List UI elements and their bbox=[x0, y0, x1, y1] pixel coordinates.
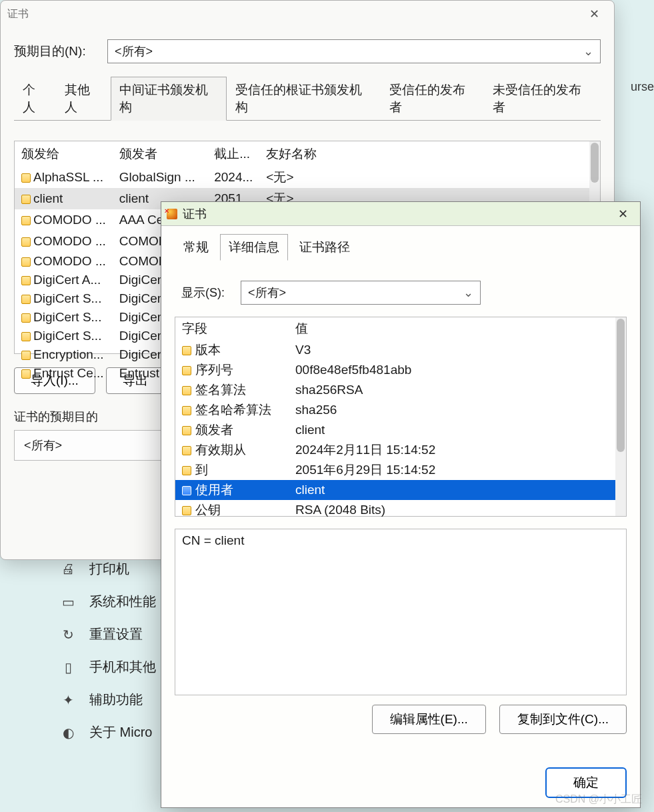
field-row[interactable]: 签名算法sha256RSA bbox=[175, 380, 615, 400]
property-icon bbox=[182, 466, 191, 475]
chevron-down-icon: ⌄ bbox=[583, 44, 593, 59]
certificate-icon bbox=[21, 332, 31, 341]
copy-to-file-button[interactable]: 复制到文件(C)... bbox=[499, 705, 627, 734]
property-icon bbox=[182, 486, 191, 495]
about-icon: ◐ bbox=[60, 725, 76, 741]
background-text: urse bbox=[631, 80, 654, 94]
certificate-icon bbox=[21, 369, 31, 379]
settings-label: 手机和其他 bbox=[89, 658, 156, 676]
certificate-icon bbox=[21, 351, 31, 360]
fields-table: 字段 值 版本V3序列号00f8e48ef5fb481abb签名算法sha256… bbox=[175, 317, 627, 517]
edit-properties-button[interactable]: 编辑属性(E)... bbox=[372, 705, 486, 734]
field-row[interactable]: 颁发者client bbox=[175, 420, 615, 440]
purpose-combobox[interactable]: <所有> ⌄ bbox=[107, 39, 601, 63]
settings-label: 重置设置 bbox=[89, 625, 143, 643]
settings-label: 系统和性能 bbox=[89, 593, 156, 611]
tab-trusted-publishers[interactable]: 受信任的发布者 bbox=[381, 77, 485, 121]
certificate-detail-dialog: 证书 ✕ 常规 详细信息 证书路径 显示(S): <所有> ⌄ 字段 值 版本V… bbox=[161, 201, 641, 808]
scroll-thumb[interactable] bbox=[591, 143, 599, 183]
certificate-icon bbox=[21, 295, 31, 304]
purpose-label: 预期目的(N): bbox=[14, 43, 94, 60]
tab-untrusted-publishers[interactable]: 未受信任的发布者 bbox=[484, 77, 601, 121]
cert-purpose-value: <所有> bbox=[24, 439, 62, 452]
field-row[interactable]: 签名哈希算法sha256 bbox=[175, 400, 615, 420]
detail-tabs: 常规 详细信息 证书路径 bbox=[175, 234, 627, 261]
show-value: <所有> bbox=[248, 285, 286, 301]
property-icon bbox=[182, 446, 191, 455]
property-icon bbox=[182, 406, 191, 415]
watermark: CSDN @小小工匠 bbox=[555, 793, 642, 807]
show-combobox[interactable]: <所有> ⌄ bbox=[241, 281, 481, 305]
reset-icon: ↻ bbox=[60, 627, 76, 643]
tab-others[interactable]: 其他人 bbox=[56, 77, 111, 121]
cert-store-tabs: 个人 其他人 中间证书颁发机构 受信任的根证书颁发机构 受信任的发布者 未受信任… bbox=[14, 77, 601, 121]
tab-general[interactable]: 常规 bbox=[175, 234, 217, 261]
certificate-icon bbox=[167, 209, 177, 219]
certificate-icon bbox=[21, 173, 31, 183]
phone-icon: ▯ bbox=[60, 659, 76, 675]
settings-label: 打印机 bbox=[89, 560, 129, 578]
accessibility-icon: ✦ bbox=[60, 692, 76, 708]
certificate-icon bbox=[21, 216, 31, 225]
settings-label: 辅助功能 bbox=[89, 691, 143, 709]
main-title: 证书 bbox=[7, 7, 29, 21]
field-row[interactable]: 有效期从2024年2月11日 15:14:52 bbox=[175, 440, 615, 460]
field-row[interactable]: 版本V3 bbox=[175, 340, 615, 360]
property-icon bbox=[182, 426, 191, 435]
settings-item[interactable]: ✦辅助功能 bbox=[60, 691, 156, 709]
tab-personal[interactable]: 个人 bbox=[14, 77, 56, 121]
col-value[interactable]: 值 bbox=[289, 317, 615, 340]
close-icon[interactable]: ✕ bbox=[611, 207, 635, 221]
col-expiry[interactable]: 截止... bbox=[207, 141, 259, 167]
field-value-box[interactable]: CN = client bbox=[175, 529, 627, 695]
field-row[interactable]: 公钥RSA (2048 Bits) bbox=[175, 500, 615, 520]
settings-item[interactable]: ◐关于 Micro bbox=[60, 723, 156, 741]
printer-icon: 🖨 bbox=[60, 561, 76, 577]
chevron-down-icon: ⌄ bbox=[463, 285, 473, 300]
property-icon bbox=[182, 386, 191, 395]
settings-item[interactable]: ▭系统和性能 bbox=[60, 593, 156, 611]
table-row[interactable]: AlphaSSL ...GlobalSign ...2024...<无> bbox=[15, 167, 589, 188]
fields-scrollbar[interactable] bbox=[615, 317, 626, 516]
certificate-icon bbox=[21, 313, 31, 323]
system-icon: ▭ bbox=[60, 594, 76, 610]
field-row[interactable]: 使用者client bbox=[175, 480, 615, 500]
certificate-icon bbox=[21, 237, 31, 247]
main-titlebar: 证书 ✕ bbox=[1, 1, 614, 27]
col-issued-to[interactable]: 颁发给 bbox=[15, 141, 113, 167]
settings-item[interactable]: 🖨打印机 bbox=[60, 560, 156, 578]
certificate-icon bbox=[21, 276, 31, 285]
settings-item[interactable]: ▯手机和其他 bbox=[60, 658, 156, 676]
settings-label: 关于 Micro bbox=[89, 723, 152, 741]
property-icon bbox=[182, 346, 191, 355]
close-icon[interactable]: ✕ bbox=[581, 7, 607, 21]
certificate-icon bbox=[21, 195, 31, 204]
col-field[interactable]: 字段 bbox=[175, 317, 289, 340]
property-icon bbox=[182, 366, 191, 375]
settings-item[interactable]: ↻重置设置 bbox=[60, 625, 156, 643]
tab-details[interactable]: 详细信息 bbox=[220, 234, 288, 261]
tab-cert-path[interactable]: 证书路径 bbox=[291, 234, 359, 261]
certificate-icon bbox=[21, 257, 31, 267]
show-label: 显示(S): bbox=[181, 285, 225, 301]
scroll-thumb[interactable] bbox=[617, 319, 625, 452]
background-settings-list: 🖨打印机 ▭系统和性能 ↻重置设置 ▯手机和其他 ✦辅助功能 ◐关于 Micro bbox=[60, 560, 156, 741]
tab-intermediate-ca[interactable]: 中间证书颁发机构 bbox=[111, 77, 227, 121]
detail-titlebar: 证书 ✕ bbox=[161, 202, 640, 226]
tab-trusted-root-ca[interactable]: 受信任的根证书颁发机构 bbox=[227, 77, 380, 121]
purpose-value: <所有> bbox=[115, 43, 153, 59]
col-issued-by[interactable]: 颁发者 bbox=[113, 141, 207, 167]
detail-title: 证书 bbox=[183, 206, 605, 222]
field-value-text: CN = client bbox=[182, 533, 244, 547]
field-row[interactable]: 序列号00f8e48ef5fb481abb bbox=[175, 360, 615, 380]
col-friendly-name[interactable]: 友好名称 bbox=[259, 141, 589, 167]
property-icon bbox=[182, 506, 191, 515]
field-row[interactable]: 到2051年6月29日 15:14:52 bbox=[175, 460, 615, 480]
